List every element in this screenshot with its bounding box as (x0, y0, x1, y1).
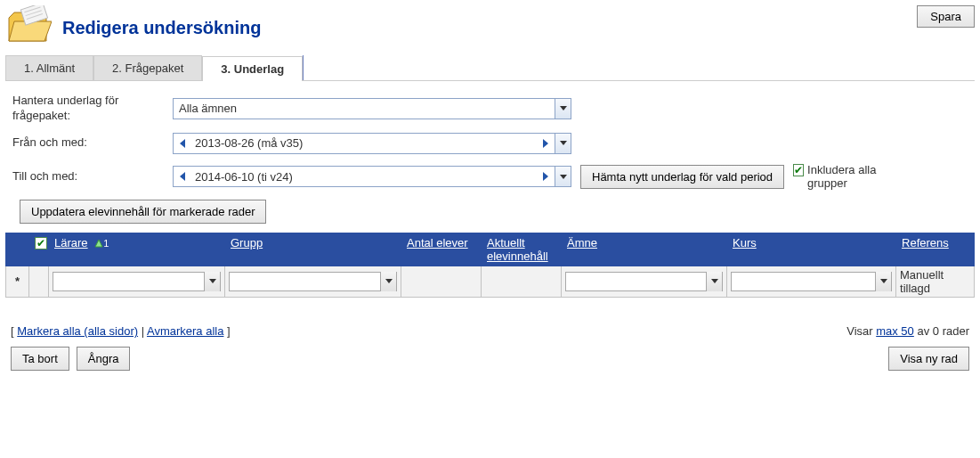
showing-prefix: Visar (846, 324, 876, 338)
showing-text: Visar max 50 av 0 rader (846, 324, 969, 338)
cell-aktuellt (482, 266, 562, 297)
checkbox-checked-icon: ✔ (35, 237, 47, 249)
from-date-field[interactable]: 2013-08-26 (må v35) (173, 133, 571, 154)
cell-amne[interactable] (562, 266, 727, 297)
tab-allmant[interactable]: 1. Allmänt (5, 55, 93, 80)
svg-marker-8 (180, 172, 185, 181)
sort-priority: 1 (103, 238, 109, 249)
col-rowmarker (6, 233, 29, 266)
col-referens-link[interactable]: Referens (902, 236, 949, 249)
to-date-value: 2014-06-10 (ti v24) (191, 170, 537, 184)
showing-suffix: av 0 rader (914, 324, 969, 338)
new-row-marker: * (6, 266, 29, 297)
col-checkbox[interactable]: ✔ (29, 233, 49, 266)
col-larare-link[interactable]: Lärare (54, 236, 88, 249)
undo-button[interactable]: Ångra (77, 347, 131, 371)
subject-filter-label: Hantera underlag för frågepaket: (12, 94, 164, 124)
row-checkbox-cell (29, 266, 49, 297)
col-aktuellt[interactable]: Aktuellt elevinnehåll (482, 233, 562, 266)
show-new-row-button[interactable]: Visa ny rad (888, 347, 969, 371)
dropdown-toggle-icon[interactable] (555, 99, 571, 119)
svg-marker-6 (180, 139, 185, 148)
dropdown-toggle-icon[interactable] (706, 272, 722, 291)
delete-button[interactable]: Ta bort (11, 347, 69, 371)
sort-asc-icon (94, 237, 103, 250)
subject-filter-dropdown[interactable]: Alla ämnen (173, 98, 571, 119)
checkbox-checked-icon: ✔ (793, 164, 804, 176)
date-dropdown-icon[interactable] (555, 134, 571, 153)
col-kurs[interactable]: Kurs (727, 233, 896, 266)
to-date-field[interactable]: 2014-06-10 (ti v24) (173, 166, 571, 187)
col-antal-link[interactable]: Antal elever (407, 236, 468, 249)
cell-kurs[interactable] (727, 266, 896, 297)
svg-marker-1 (9, 21, 52, 41)
col-grupp-link[interactable]: Grupp (231, 236, 263, 249)
prev-date-icon[interactable] (174, 134, 191, 153)
max-rows-link[interactable]: max 50 (876, 324, 914, 338)
tab-fragepaket[interactable]: 2. Frågepaket (93, 55, 202, 80)
col-amne-link[interactable]: Ämne (567, 236, 597, 249)
dropdown-toggle-icon[interactable] (380, 272, 396, 291)
col-larare[interactable]: Lärare 1 (49, 233, 225, 266)
col-kurs-link[interactable]: Kurs (733, 236, 757, 249)
col-grupp[interactable]: Grupp (225, 233, 401, 266)
fetch-button[interactable]: Hämta nytt underlag för vald period (580, 165, 784, 189)
to-date-label: Till och med: (12, 169, 164, 184)
next-date-icon[interactable] (537, 167, 555, 186)
include-all-checkbox[interactable]: ✔ Inkludera alla grupper (793, 163, 900, 191)
col-aktuellt-link[interactable]: Aktuellt elevinnehåll (487, 236, 548, 263)
svg-marker-10 (95, 240, 102, 247)
select-all-link[interactable]: Markera alla (alla sidor) (17, 324, 138, 338)
svg-marker-9 (543, 172, 548, 181)
next-date-icon[interactable] (537, 134, 555, 153)
include-all-label: Inkludera alla grupper (807, 163, 900, 191)
cell-larare[interactable] (49, 266, 225, 297)
page-title: Redigera undersökning (62, 18, 261, 38)
svg-marker-7 (543, 139, 548, 148)
save-button[interactable]: Spara (917, 5, 975, 28)
tab-underlag[interactable]: 3. Underlag (202, 56, 303, 81)
cell-antal (401, 266, 482, 297)
tab-separator (303, 55, 304, 80)
data-grid: ✔ Lärare 1 Grupp Antal elever Aktuellt e… (5, 233, 975, 298)
dropdown-toggle-icon[interactable] (204, 272, 220, 291)
cell-grupp[interactable] (225, 266, 401, 297)
dropdown-toggle-icon[interactable] (875, 272, 891, 291)
cell-referens: Manuellt tillagd (896, 266, 975, 297)
prev-date-icon[interactable] (174, 167, 191, 186)
col-amne[interactable]: Ämne (562, 233, 727, 266)
folder-icon (5, 5, 52, 46)
date-dropdown-icon[interactable] (555, 167, 571, 186)
update-content-button[interactable]: Uppdatera elevinnehåll för markerade rad… (20, 200, 266, 224)
selection-links: [ Markera alla (alla sidor) | Avmarkera … (11, 324, 231, 338)
tab-bar: 1. Allmänt 2. Frågepaket 3. Underlag (5, 55, 975, 81)
deselect-all-link[interactable]: Avmarkera alla (147, 324, 223, 338)
col-referens[interactable]: Referens (896, 233, 975, 266)
from-date-label: Från och med: (12, 135, 164, 151)
grid-header-row: ✔ Lärare 1 Grupp Antal elever Aktuellt e… (6, 233, 975, 266)
table-row: * Manuellt tillagd (6, 266, 975, 297)
col-antal-elever[interactable]: Antal elever (401, 233, 482, 266)
from-date-value: 2013-08-26 (må v35) (191, 136, 537, 150)
subject-filter-value: Alla ämnen (179, 102, 237, 115)
